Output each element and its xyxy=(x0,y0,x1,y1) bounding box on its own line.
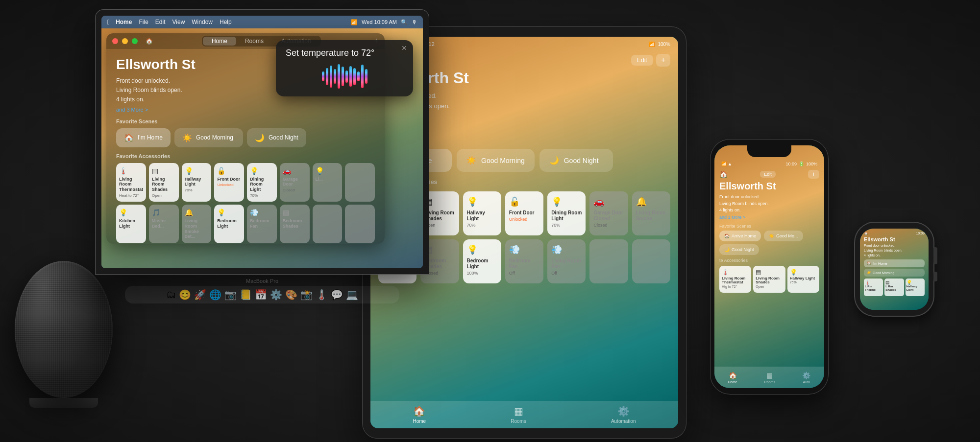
bedroom-fan-name: Bedroom Fan xyxy=(250,218,274,229)
watch-thermostat-icon: 🌡️ xyxy=(865,280,882,285)
ipad-tabbar: 🏠 Home ▦ Rooms ⚙️ Automation xyxy=(370,401,678,428)
tab-rooms[interactable]: Rooms xyxy=(236,37,272,46)
iphone-body: 📶 ▲ 10:09 🔋 100% 🏠 Edit + Ellsworth St xyxy=(710,140,828,394)
acc-smoke-detector[interactable]: 🔔 Living Room Smoke Det... xyxy=(182,205,212,243)
acc-master-bed-homepod[interactable]: 🎵 Master Bed... xyxy=(149,205,179,243)
dock-facetime[interactable]: 💻 xyxy=(346,289,358,301)
dock-calendar[interactable]: 📅 xyxy=(255,289,267,301)
iphone-scene-good-night[interactable]: 🌙 Good Night xyxy=(719,244,759,255)
ipad-tab-home[interactable]: 🏠 Home xyxy=(413,405,426,424)
search-icon[interactable]: 🔍 xyxy=(401,19,408,25)
iphone-add-button[interactable]: + xyxy=(808,170,819,179)
dock-launchpad[interactable]: 🚀 xyxy=(194,289,206,301)
macbook-menubar-right: 📶 Wed 10:09 AM 🔍 🎙 xyxy=(351,19,417,25)
acc-kitchen-light[interactable]: 💡 Kitchen Light xyxy=(116,205,146,243)
siri-bar-5 xyxy=(338,64,340,89)
menu-file[interactable]: File xyxy=(139,19,148,25)
ipad-acc-front-door[interactable]: 🔓 Front Door Unlocked xyxy=(505,191,543,235)
menu-help[interactable]: Help xyxy=(220,19,232,25)
ipad-front-door-icon: 🔓 xyxy=(509,196,539,207)
ipad-scene-good-night[interactable]: 🌙 Good Night xyxy=(539,149,613,172)
dock-home-app[interactable]: 🌡️ xyxy=(316,289,328,301)
watch-acc-shades[interactable]: ▤ L Rm Shades xyxy=(884,279,904,296)
ipad-tab-home-label: Home xyxy=(413,419,426,424)
fullscreen-window-button[interactable] xyxy=(132,38,138,44)
siri-close-button[interactable]: ✕ xyxy=(401,44,407,52)
macbook:  Home File Edit View Window Help 📶 Wed … xyxy=(76,10,448,382)
acc-garage-door[interactable]: 🚗 Garage Door Closed xyxy=(280,163,310,202)
macbook-menubar:  Home File Edit View Window Help 📶 Wed … xyxy=(101,16,423,28)
dock-photos-app[interactable]: 📷 xyxy=(224,289,237,301)
siri-icon[interactable]: 🎙 xyxy=(412,19,417,25)
ipad-acc-living-room-fan[interactable]: 💨 Living Room Fan Off xyxy=(547,239,586,283)
dock-colors[interactable]: 🎨 xyxy=(285,289,297,301)
iphone-acc-shades[interactable]: ▤ Living Room Shades Open xyxy=(753,266,785,293)
ipad-bedroom-fan-icon: 💨 xyxy=(509,244,539,255)
ipad-tab-automation[interactable]: ⚙️ Automation xyxy=(611,405,636,424)
scene-good-night[interactable]: 🌙 Good Night xyxy=(247,128,306,147)
iphone-scene-arrive-home[interactable]: 🏠 Arrive Home xyxy=(719,231,761,241)
kitchen-light-name: Kitchen Light xyxy=(119,218,143,229)
ipad-acc-smoke[interactable]: 🔔 Living Room Smoke xyxy=(632,191,670,235)
watch-strap-top xyxy=(870,191,919,208)
scene-good-morning[interactable]: ☀️ Good Morning xyxy=(174,128,243,147)
kitchen-light-icon: 💡 xyxy=(119,209,143,216)
ipad-acc-dining-light[interactable]: 💡 Dining Room Light 70% xyxy=(547,191,586,235)
acc-living-room-thermostat[interactable]: 🌡️ Living Room Thermostat Heat to 72° xyxy=(116,163,146,202)
iphone-edit-button[interactable]: Edit xyxy=(760,171,776,178)
tab-home[interactable]: Home xyxy=(203,37,236,46)
ipad-acc-bedroom-fan[interactable]: 💨 Bedroom Fan Off xyxy=(505,239,543,283)
siri-waveform xyxy=(286,64,403,89)
iphone-tab-home[interactable]: 🏠 Home xyxy=(728,372,737,384)
scene-im-home[interactable]: 🏠 I'm Home xyxy=(116,128,171,147)
ipad-scene-good-morning[interactable]: ☀️ Good Morning xyxy=(457,149,535,172)
ipad-good-night-label: Good Night xyxy=(564,157,599,164)
iphone-scene-good-morning[interactable]: ☀️ Good Mo... xyxy=(764,231,803,241)
menu-view[interactable]: View xyxy=(172,19,185,25)
dock-photos[interactable]: 📸 xyxy=(300,289,313,301)
menu-window[interactable]: Window xyxy=(192,19,213,25)
watch-scene-good-morning[interactable]: ☀️ Good Morning xyxy=(864,269,925,277)
bedroom-shades-name: Bedroom Shades xyxy=(283,218,307,229)
acc-front-door[interactable]: 🔓 Front Door Unlocked xyxy=(214,163,244,202)
ipad-acc-bedroom-light[interactable]: 💡 Bedroom Light 100% xyxy=(463,239,501,283)
dock-siri[interactable]: 😊 xyxy=(179,289,191,301)
minimize-window-button[interactable] xyxy=(122,38,128,44)
close-window-button[interactable] xyxy=(112,38,118,44)
dock-safari[interactable]: 🌐 xyxy=(209,289,221,301)
acc-hallway-light[interactable]: 💡 Hallway Light 70% xyxy=(182,163,212,202)
watch-scene-im-home[interactable]: 🏠 I'm Home xyxy=(864,259,925,267)
iphone-acc-thermostat[interactable]: 🌡️ Living Room Thermostat Htg to 72° xyxy=(719,266,751,293)
watch-crown[interactable] xyxy=(933,247,937,264)
dock-notes[interactable]: 📒 xyxy=(240,289,252,301)
acc-bedroom-fan[interactable]: 💨 Bedroom Fan xyxy=(247,205,277,243)
ipad-add-button[interactable]: + xyxy=(656,54,670,67)
watch-side-button[interactable] xyxy=(933,272,937,281)
iphone-tab-automation[interactable]: ⚙️ Auto xyxy=(802,372,810,384)
ipad-acc-garage-door[interactable]: 🚗 Garage Door Closed Closed xyxy=(589,191,628,235)
dock-finder[interactable]: 🗂 xyxy=(166,289,176,301)
ipad-acc-hallway-light[interactable]: 💡 Hallway Light 70% xyxy=(463,191,501,235)
shades-name: Living Room Shades xyxy=(152,177,176,192)
iphone-home-icon[interactable]: 🏠 xyxy=(719,170,728,178)
dock-messages[interactable]: 💬 xyxy=(331,289,343,301)
menu-edit[interactable]: Edit xyxy=(155,19,166,25)
acc-bedroom-light[interactable]: 💡 Bedroom Light xyxy=(214,205,244,243)
watch-acc-hallway-light[interactable]: 💡 Hallway Light xyxy=(906,279,925,296)
ipad-edit-button[interactable]: Edit xyxy=(631,55,653,66)
menu-home[interactable]: Home xyxy=(116,19,132,25)
acc-bedroom-shades[interactable]: ▤ Bedroom Shades xyxy=(280,205,310,243)
acc-li[interactable]: 💡 Li... xyxy=(313,163,343,202)
iphone-home-more[interactable]: and 1 More > xyxy=(719,215,819,220)
iphone-tab-rooms[interactable]: ▦ Rooms xyxy=(764,372,775,384)
watch-content: 🏠 10:09 Ellsworth St Front door unlocked… xyxy=(860,229,929,299)
ipad-tab-automation-label: Automation xyxy=(611,419,636,424)
dock-settings[interactable]: ⚙️ xyxy=(270,289,282,301)
acc-dining-room-light[interactable]: 💡 Dining Room Light 70% xyxy=(247,163,277,202)
iphone-battery-pct: 100% xyxy=(806,162,817,166)
macbook-home-more[interactable]: and 3 More > xyxy=(116,107,375,113)
ipad-tab-rooms[interactable]: ▦ Rooms xyxy=(511,405,526,424)
acc-living-room-shades[interactable]: ▤ Living Room Shades Open xyxy=(149,163,179,202)
iphone-acc-hallway-light[interactable]: 💡 Hallway Light 75% xyxy=(787,266,819,293)
watch-acc-thermostat[interactable]: 🌡️ L Rm Thermo xyxy=(864,279,883,296)
